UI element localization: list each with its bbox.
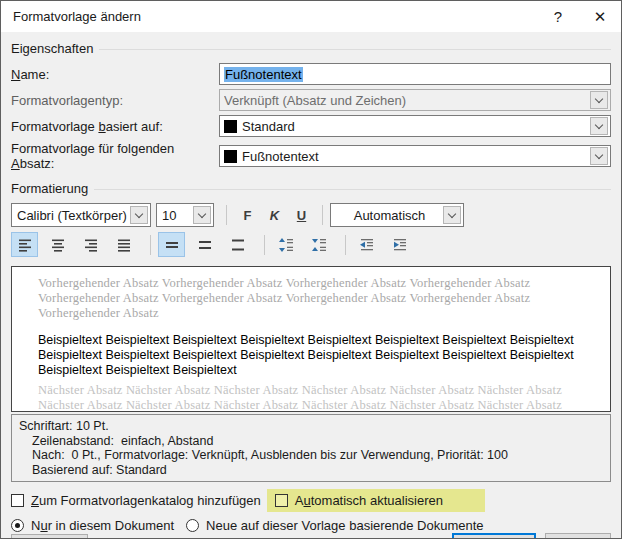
based-on-value: Standard [242, 119, 590, 134]
checkbox-icon[interactable] [275, 494, 288, 507]
title-bar: Formatvorlage ändern ? ✕ [1, 1, 621, 32]
align-left-button[interactable] [11, 232, 38, 257]
checkbox-icon[interactable] [11, 494, 24, 507]
increase-spacing-icon [278, 237, 294, 253]
one-half-spacing-button[interactable] [191, 232, 218, 257]
next-style-label: Formatvorlage für folgenden Absatz: [11, 141, 219, 171]
toolbar-separator [150, 235, 151, 255]
chevron-down-icon[interactable] [193, 206, 211, 224]
decrease-indent-button[interactable] [353, 232, 380, 257]
next-style-select[interactable]: Fußnotentext [219, 145, 611, 167]
align-right-icon [83, 237, 99, 253]
double-spacing-button[interactable] [224, 232, 251, 257]
name-label: Name: [11, 67, 219, 82]
only-this-document-radio[interactable]: Nur in diesem Dokument [11, 518, 174, 533]
font-name-select[interactable]: Calibri (Textkörper) [11, 203, 151, 227]
align-center-icon [50, 237, 66, 253]
increase-indent-button[interactable] [386, 232, 413, 257]
style-preview-icon [224, 150, 237, 163]
new-documents-label: Neue auf dieser Vorlage basierende Dokum… [206, 518, 484, 533]
align-right-button[interactable] [77, 232, 104, 257]
based-on-label: Formatvorlage basiert auf: [11, 119, 219, 134]
style-description-box: Schriftart: 10 Pt.Zeilenabstand: einfach… [11, 414, 611, 482]
underline-button[interactable]: U [288, 204, 315, 226]
chevron-down-icon[interactable] [443, 206, 461, 224]
name-input[interactable]: Fußnotentext [219, 63, 611, 85]
align-left-icon [17, 237, 33, 253]
next-style-value: Fußnotentext [242, 149, 590, 164]
description-line: Basierend auf: Standard [19, 463, 602, 478]
ok-button[interactable]: OK [452, 533, 536, 539]
style-type-label: Formatvorlagentyp: [11, 93, 219, 108]
based-on-row: Formatvorlage basiert auf: Standard [11, 115, 611, 137]
modify-style-dialog: Formatvorlage ändern ? ✕ Eigenschaften N… [0, 0, 622, 539]
italic-button[interactable]: K [261, 204, 288, 226]
help-icon: ? [554, 8, 562, 25]
radio-selected-icon[interactable] [11, 519, 24, 532]
footer: Format ▼ OK Abbrechen [11, 533, 611, 539]
formatting-section-label: Formatierung [11, 181, 88, 196]
align-center-button[interactable] [44, 232, 71, 257]
toolbar-separator [226, 205, 227, 225]
close-icon: ✕ [594, 8, 607, 26]
checkbox-row: Zum Formatvorlagenkatalog hinzufügen Aut… [11, 489, 611, 512]
toolbar-separator [264, 235, 265, 255]
new-documents-radio[interactable]: Neue auf dieser Vorlage basierende Dokum… [186, 518, 484, 533]
preview-sample-text: Beispieltext Beispieltext Beispieltext B… [38, 333, 598, 378]
based-on-select[interactable]: Standard [219, 115, 611, 137]
section-divider [99, 49, 611, 50]
name-value-selected-text: Fußnotentext [224, 67, 303, 82]
cancel-button[interactable]: Abbrechen [545, 533, 611, 539]
font-toolbar: Calibri (Textkörper) 10 F K U Automatisc… [11, 203, 611, 227]
single-spacing-icon [164, 237, 180, 253]
single-spacing-button[interactable] [158, 232, 185, 257]
formatting-section-header: Formatierung [11, 181, 611, 196]
name-row: Name: Fußnotentext [11, 63, 611, 85]
section-divider [94, 189, 611, 190]
align-justify-button[interactable] [110, 232, 137, 257]
one-half-spacing-icon [197, 237, 213, 253]
toolbar-separator [322, 205, 323, 225]
style-preview-icon [224, 120, 237, 133]
help-button[interactable]: ? [537, 1, 579, 32]
dialog-body: Eigenschaften Name: Fußnotentext Formatv… [1, 32, 621, 539]
dialog-title: Formatvorlage ändern [1, 9, 537, 24]
radio-row: Nur in diesem Dokument Neue auf dieser V… [11, 518, 611, 533]
style-type-select: Verknüpft (Absatz und Zeichen) [219, 89, 611, 111]
increase-indent-icon [392, 237, 408, 253]
toolbar-separator [345, 235, 346, 255]
style-preview-pane: Vorhergehender Absatz Vorhergehender Abs… [11, 266, 611, 412]
style-type-value: Verknüpft (Absatz und Zeichen) [224, 93, 590, 108]
format-menu-button[interactable]: Format ▼ [11, 534, 88, 539]
description-line: Schriftart: 10 Pt. [19, 419, 602, 434]
radio-unselected-icon[interactable] [186, 519, 199, 532]
font-color-select[interactable]: Automatisch [330, 203, 464, 227]
bold-button[interactable]: F [234, 204, 261, 226]
increase-paragraph-spacing-button[interactable] [272, 232, 299, 257]
decrease-paragraph-spacing-button[interactable] [305, 232, 332, 257]
font-size-select[interactable]: 10 [156, 203, 214, 227]
chevron-down-icon[interactable] [590, 117, 608, 135]
preview-next-paragraph: Nächster Absatz Nächster Absatz Nächster… [38, 383, 598, 412]
align-justify-icon [116, 237, 132, 253]
only-this-document-label: Nur in diesem Dokument [31, 518, 174, 533]
chevron-down-icon[interactable] [590, 147, 608, 165]
preview-previous-paragraph: Vorhergehender Absatz Vorhergehender Abs… [38, 276, 598, 321]
properties-section-label: Eigenschaften [11, 41, 93, 56]
auto-update-highlight: Automatisch aktualisieren [267, 489, 485, 512]
next-style-row: Formatvorlage für folgenden Absatz: Fußn… [11, 141, 611, 171]
auto-update-label: Automatisch aktualisieren [295, 493, 443, 508]
auto-update-checkbox[interactable]: Automatisch aktualisieren [275, 493, 443, 508]
add-to-gallery-checkbox[interactable]: Zum Formatvorlagenkatalog hinzufügen [11, 493, 261, 508]
decrease-spacing-icon [311, 237, 327, 253]
style-type-row: Formatvorlagentyp: Verknüpft (Absatz und… [11, 89, 611, 111]
decrease-indent-icon [359, 237, 375, 253]
add-to-gallery-label: Zum Formatvorlagenkatalog hinzufügen [31, 493, 261, 508]
double-spacing-icon [230, 237, 246, 253]
description-line: Zeilenabstand: einfach, Abstand [19, 434, 602, 449]
paragraph-toolbar [11, 232, 611, 257]
chevron-down-icon [590, 91, 608, 109]
chevron-down-icon[interactable] [130, 206, 148, 224]
description-line: Nach: 0 Pt., Formatvorlage: Verknüpft, A… [19, 448, 602, 463]
close-button[interactable]: ✕ [579, 1, 621, 32]
